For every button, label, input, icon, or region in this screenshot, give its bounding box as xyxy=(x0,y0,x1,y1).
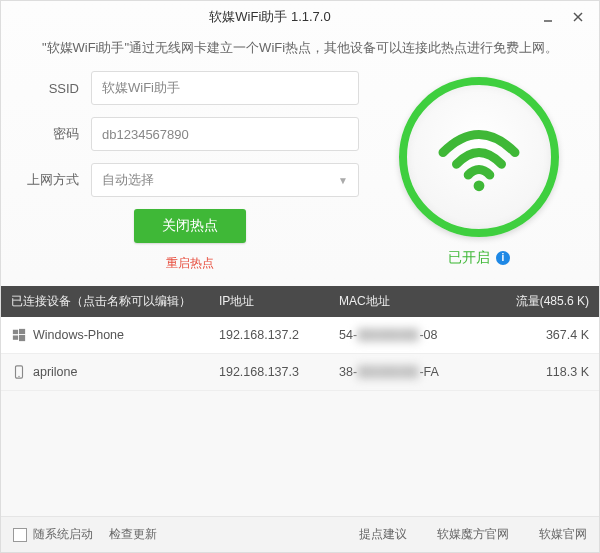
table-header: 已连接设备（点击名称可以编辑） IP地址 MAC地址 流量(485.6 K) xyxy=(1,286,599,317)
svg-point-3 xyxy=(474,180,485,191)
close-button[interactable] xyxy=(563,5,593,29)
empty-area xyxy=(1,391,599,516)
device-icon xyxy=(11,364,27,380)
device-traffic: 367.4 K xyxy=(489,328,589,342)
description: "软媒WiFi助手"通过无线网卡建立一个WiFi热点，其他设备可以连接此热点进行… xyxy=(1,33,599,71)
svg-rect-5 xyxy=(19,329,25,334)
table-row: Windows-Phone192.168.137.254-XX-XX-XX-08… xyxy=(1,317,599,354)
hotspot-form: SSID 密码 上网方式 自动选择 ▼ 关闭热点 重启热点 xyxy=(21,71,379,272)
mofang-link[interactable]: 软媒魔方官网 xyxy=(437,526,509,543)
table-row: aprilone192.168.137.338-XX-XX-XX-FA118.3… xyxy=(1,354,599,391)
password-label: 密码 xyxy=(21,125,91,143)
col-ip: IP地址 xyxy=(219,293,339,310)
ruanmei-link[interactable]: 软媒官网 xyxy=(539,526,587,543)
device-traffic: 118.3 K xyxy=(489,365,589,379)
main-panel: SSID 密码 上网方式 自动选择 ▼ 关闭热点 重启热点 xyxy=(1,71,599,280)
device-ip: 192.168.137.2 xyxy=(219,328,339,342)
chevron-down-icon: ▼ xyxy=(338,175,348,186)
status-panel: 已开启 i xyxy=(379,71,579,272)
mode-label: 上网方式 xyxy=(21,171,91,189)
mode-value: 自动选择 xyxy=(102,171,154,189)
svg-point-9 xyxy=(18,376,19,377)
restart-hotspot-link[interactable]: 重启热点 xyxy=(21,255,359,272)
svg-rect-7 xyxy=(19,335,25,341)
close-hotspot-button[interactable]: 关闭热点 xyxy=(134,209,246,243)
info-icon[interactable]: i xyxy=(496,251,510,265)
svg-rect-4 xyxy=(13,330,18,334)
autostart-checkbox[interactable]: 随系统启动 xyxy=(13,526,93,543)
minimize-button[interactable] xyxy=(533,5,563,29)
footer: 随系统启动 检查更新 提点建议 软媒魔方官网 软媒官网 xyxy=(1,516,599,552)
device-name[interactable]: Windows-Phone xyxy=(33,328,124,342)
wifi-indicator-icon xyxy=(399,77,559,237)
device-mac: 54-XX-XX-XX-08 xyxy=(339,328,489,342)
ssid-input[interactable] xyxy=(91,71,359,105)
titlebar: 软媒WiFi助手 1.1.7.0 xyxy=(1,1,599,33)
autostart-label: 随系统启动 xyxy=(33,526,93,543)
password-input[interactable] xyxy=(91,117,359,151)
mode-select[interactable]: 自动选择 ▼ xyxy=(91,163,359,197)
devices-table: 已连接设备（点击名称可以编辑） IP地址 MAC地址 流量(485.6 K) W… xyxy=(1,286,599,391)
col-devices: 已连接设备（点击名称可以编辑） xyxy=(11,293,219,310)
checkbox-icon xyxy=(13,528,27,542)
check-update-link[interactable]: 检查更新 xyxy=(109,526,157,543)
device-mac: 38-XX-XX-XX-FA xyxy=(339,365,489,379)
ssid-label: SSID xyxy=(21,81,91,96)
suggestion-link[interactable]: 提点建议 xyxy=(359,526,407,543)
status-label: 已开启 xyxy=(448,249,490,267)
svg-rect-6 xyxy=(13,335,18,339)
col-mac: MAC地址 xyxy=(339,293,489,310)
device-name[interactable]: aprilone xyxy=(33,365,77,379)
device-icon xyxy=(11,327,27,343)
device-ip: 192.168.137.3 xyxy=(219,365,339,379)
col-traffic: 流量(485.6 K) xyxy=(489,293,589,310)
window-title: 软媒WiFi助手 1.1.7.0 xyxy=(7,8,533,26)
